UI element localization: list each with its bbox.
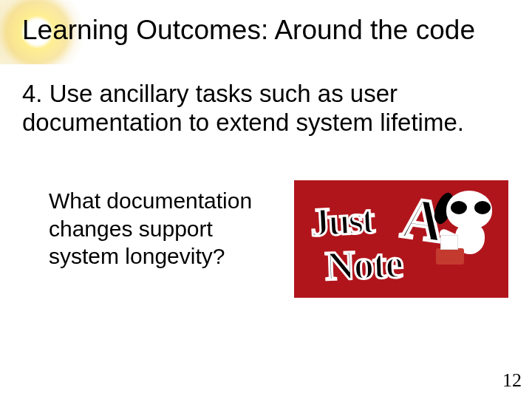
- learning-outcome-text: 4. Use ancillary tasks such as user docu…: [22, 80, 495, 137]
- snoopy-cartoon-icon: [433, 185, 504, 266]
- note-word-note: Note: [324, 239, 403, 290]
- slide-title: Learning Outcomes: Around the code: [22, 15, 510, 47]
- page-number: 12: [502, 369, 522, 392]
- prompt-question: What documentation changes support syste…: [49, 187, 270, 270]
- just-a-note-graphic: Just A Note: [294, 180, 508, 298]
- note-word-just: Just: [309, 197, 373, 245]
